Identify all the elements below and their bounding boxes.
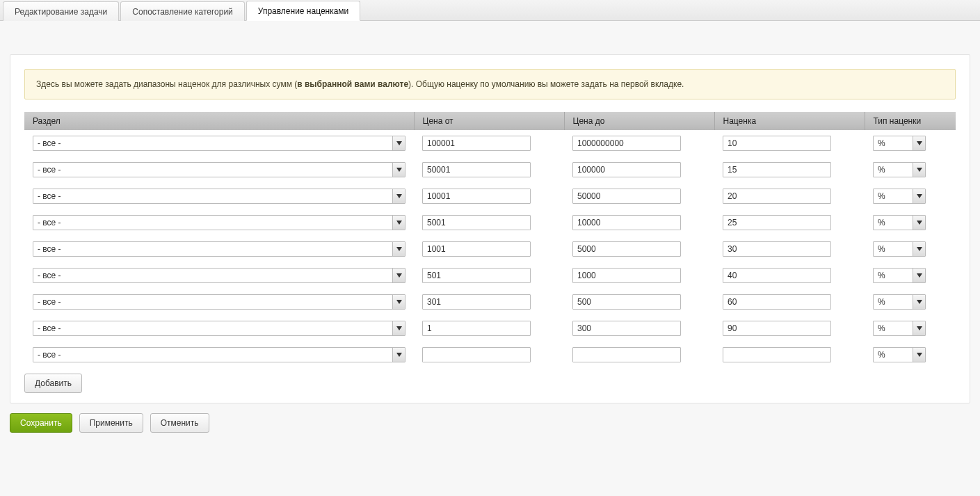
chevron-down-icon[interactable] bbox=[913, 189, 925, 203]
price-from-input[interactable] bbox=[422, 162, 531, 177]
price-from-input[interactable] bbox=[422, 189, 531, 204]
tab-edit[interactable]: Редактирование задачи bbox=[3, 1, 119, 21]
price-to-input[interactable] bbox=[572, 162, 681, 177]
tab-bar: Редактирование задачи Сопоставление кате… bbox=[0, 0, 980, 21]
markup-input[interactable] bbox=[723, 294, 831, 310]
chevron-down-icon[interactable] bbox=[913, 269, 925, 282]
type-select[interactable]: % bbox=[873, 136, 926, 151]
cancel-button[interactable]: Отменить bbox=[150, 413, 209, 433]
price-from-input[interactable] bbox=[422, 241, 531, 257]
price-from-input[interactable] bbox=[422, 215, 531, 230]
type-select[interactable]: % bbox=[873, 347, 926, 362]
col-section: Раздел bbox=[24, 112, 414, 130]
price-to-input[interactable] bbox=[572, 294, 681, 310]
table-row: - все - % bbox=[24, 315, 956, 342]
chevron-down-icon[interactable] bbox=[392, 321, 405, 335]
markup-input[interactable] bbox=[723, 189, 831, 204]
section-select[interactable]: - все - bbox=[33, 321, 405, 336]
price-from-input[interactable] bbox=[422, 347, 531, 362]
chevron-down-icon[interactable] bbox=[392, 348, 405, 362]
section-select[interactable]: - все - bbox=[33, 215, 405, 230]
chevron-down-icon[interactable] bbox=[913, 321, 925, 335]
apply-button[interactable]: Применить bbox=[79, 413, 143, 433]
price-to-input[interactable] bbox=[572, 347, 681, 362]
chevron-down-icon[interactable] bbox=[913, 242, 925, 256]
type-select-value: % bbox=[874, 271, 913, 280]
col-price-to: Цена до bbox=[564, 112, 714, 130]
type-select[interactable]: % bbox=[873, 215, 926, 230]
section-select-value: - все - bbox=[33, 191, 392, 201]
markup-input[interactable] bbox=[723, 162, 831, 177]
price-to-input[interactable] bbox=[572, 268, 681, 283]
table-row: - все - % bbox=[24, 130, 956, 157]
section-select[interactable]: - все - bbox=[33, 162, 405, 177]
section-select-value: - все - bbox=[33, 244, 392, 254]
table-row: - все - % bbox=[24, 236, 956, 262]
markup-input[interactable] bbox=[723, 321, 831, 336]
type-select[interactable]: % bbox=[873, 268, 926, 283]
markup-input[interactable] bbox=[723, 241, 831, 257]
price-to-input[interactable] bbox=[572, 189, 681, 204]
table-row: - все - % bbox=[24, 157, 956, 183]
price-from-input[interactable] bbox=[422, 294, 531, 310]
chevron-down-icon[interactable] bbox=[392, 189, 405, 203]
section-select-value: - все - bbox=[33, 350, 392, 360]
section-select[interactable]: - все - bbox=[33, 136, 405, 151]
price-to-input[interactable] bbox=[572, 215, 681, 230]
chevron-down-icon[interactable] bbox=[913, 348, 925, 362]
price-to-input[interactable] bbox=[572, 241, 681, 257]
section-select[interactable]: - все - bbox=[33, 294, 405, 310]
markup-table: Раздел Цена от Цена до Наценка Тип нацен… bbox=[24, 112, 956, 368]
type-select-value: % bbox=[874, 191, 913, 201]
type-select[interactable]: % bbox=[873, 241, 926, 257]
price-from-input[interactable] bbox=[422, 268, 531, 283]
price-from-input[interactable] bbox=[422, 321, 531, 336]
chevron-down-icon[interactable] bbox=[392, 216, 405, 230]
chevron-down-icon[interactable] bbox=[913, 163, 925, 177]
type-select-value: % bbox=[874, 323, 913, 333]
table-row: - все - % bbox=[24, 262, 956, 289]
chevron-down-icon[interactable] bbox=[392, 136, 405, 150]
markup-input[interactable] bbox=[723, 347, 831, 362]
info-text-bold: в выбранной вами валюте bbox=[297, 79, 408, 89]
type-select-value: % bbox=[874, 297, 913, 307]
chevron-down-icon[interactable] bbox=[392, 269, 405, 282]
chevron-down-icon[interactable] bbox=[392, 163, 405, 177]
table-row: - все - % bbox=[24, 209, 956, 236]
chevron-down-icon[interactable] bbox=[392, 295, 405, 309]
markup-input[interactable] bbox=[723, 215, 831, 230]
type-select-value: % bbox=[874, 218, 913, 227]
section-select[interactable]: - все - bbox=[33, 241, 405, 257]
section-select-value: - все - bbox=[33, 323, 392, 333]
section-select-value: - все - bbox=[33, 165, 392, 175]
price-from-input[interactable] bbox=[422, 136, 531, 151]
chevron-down-icon[interactable] bbox=[392, 242, 405, 256]
type-select-value: % bbox=[874, 165, 913, 175]
section-select-value: - все - bbox=[33, 271, 392, 280]
info-text-before: Здесь вы можете задать диапазоны наценок… bbox=[36, 79, 297, 89]
price-to-input[interactable] bbox=[572, 321, 681, 336]
type-select[interactable]: % bbox=[873, 189, 926, 204]
chevron-down-icon[interactable] bbox=[913, 136, 925, 150]
markup-input[interactable] bbox=[723, 268, 831, 283]
col-price-from: Цена от bbox=[414, 112, 564, 130]
tab-mapcat[interactable]: Сопоставление категорий bbox=[120, 1, 245, 21]
table-row: - все - % bbox=[24, 342, 956, 368]
col-markup: Наценка bbox=[714, 112, 865, 130]
type-select[interactable]: % bbox=[873, 162, 926, 177]
section-select[interactable]: - все - bbox=[33, 347, 405, 362]
price-to-input[interactable] bbox=[572, 136, 681, 151]
section-select[interactable]: - все - bbox=[33, 268, 405, 283]
tab-markup[interactable]: Управление наценками bbox=[246, 1, 361, 21]
section-select-value: - все - bbox=[33, 218, 392, 227]
type-select[interactable]: % bbox=[873, 321, 926, 336]
section-select[interactable]: - все - bbox=[33, 189, 405, 204]
chevron-down-icon[interactable] bbox=[913, 295, 925, 309]
markup-input[interactable] bbox=[723, 136, 831, 151]
add-button[interactable]: Добавить bbox=[24, 374, 82, 393]
section-select-value: - все - bbox=[33, 138, 392, 148]
type-select[interactable]: % bbox=[873, 294, 926, 310]
footer-buttons: Сохранить Применить Отменить bbox=[10, 413, 970, 433]
chevron-down-icon[interactable] bbox=[913, 216, 925, 230]
save-button[interactable]: Сохранить bbox=[10, 413, 72, 433]
